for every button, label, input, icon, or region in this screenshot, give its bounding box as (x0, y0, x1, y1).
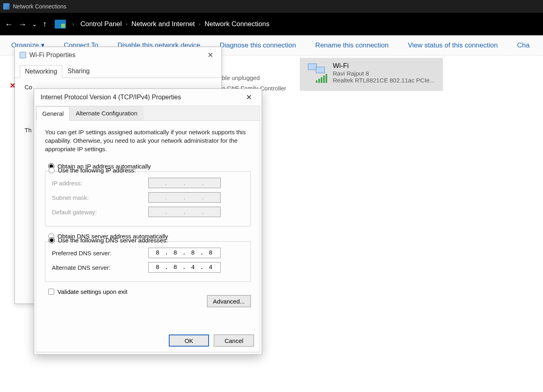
label-ip-address: IP address: (52, 180, 148, 187)
folder-icon (55, 20, 66, 29)
toolbar-rename[interactable]: Rename this connection (315, 41, 388, 49)
cancel-button[interactable]: Cancel (214, 335, 254, 347)
input-preferred-dns[interactable] (148, 248, 221, 258)
toolbar-diagnose[interactable]: Diagnose this connection (219, 41, 296, 49)
window-titlebar: Network Connections (0, 0, 543, 13)
crumb-network-internet[interactable]: Network and Internet (131, 20, 195, 28)
breadcrumb-sep: › (72, 21, 74, 27)
checkbox-validate-on-exit-label: Validate settings upon exit (57, 288, 127, 295)
advanced-button[interactable]: Advanced... (207, 295, 251, 307)
connection-tile-wifi[interactable]: Wi-Fi Ravi Rajput 8 Realtek RTL8821CE 80… (300, 58, 443, 91)
adapter-icon (20, 52, 26, 58)
radio-use-dns-manual-label: Use the following DNS server addresses: (58, 237, 168, 244)
radio-use-ip-manual[interactable] (49, 167, 55, 173)
label-preferred-dns: Preferred DNS server: (52, 250, 148, 257)
label-subnet-mask: Subnet mask: (52, 194, 148, 201)
nav-up-icon[interactable]: ↑ (43, 19, 47, 29)
ok-button[interactable]: OK (169, 335, 209, 347)
input-alternate-dns[interactable] (148, 262, 221, 273)
toolbar-view-status[interactable]: View status of this connection (408, 41, 498, 49)
tab-networking[interactable]: Networking (20, 65, 62, 78)
tab-general[interactable]: General (36, 107, 70, 121)
tab-sharing[interactable]: Sharing (62, 65, 95, 78)
connection-name: Wi-Fi (333, 62, 437, 70)
radio-use-dns-manual[interactable] (49, 237, 55, 243)
app-icon (3, 3, 10, 10)
ethernet-status-fragment: ble unplugged (222, 74, 260, 81)
input-subnet-mask: ... (148, 192, 221, 203)
address-bar: ← → ⌄ ↑ › Control Panel › Network and In… (0, 13, 543, 35)
label-default-gateway: Default gateway: (52, 209, 148, 215)
connection-adapter: Realtek RTL8821CE 802.11ac PCIe... (333, 77, 437, 84)
tab-alternate-configuration[interactable]: Alternate Configuration (70, 106, 143, 120)
breadcrumb-sep: › (199, 21, 201, 27)
close-icon[interactable]: ✕ (243, 91, 255, 103)
radio-use-ip-manual-label: Use the following IP address: (58, 167, 136, 174)
toolbar-change-settings-cut[interactable]: Cha (517, 41, 529, 49)
ipv4-properties-dialog: Internet Protocol Version 4 (TCP/IPv4) P… (34, 88, 262, 355)
input-ip-address: ... (148, 178, 221, 188)
wifi-properties-title: Wi-Fi Properties (29, 51, 76, 59)
input-default-gateway: ... (148, 207, 221, 217)
breadcrumb-sep: › (126, 21, 127, 27)
breadcrumb: Control Panel › Network and Internet › N… (80, 20, 269, 28)
checkbox-validate-on-exit[interactable] (48, 289, 54, 295)
nav-back-icon[interactable]: ← (5, 20, 13, 28)
ipv4-dialog-title: Internet Protocol Version 4 (TCP/IPv4) P… (41, 94, 181, 101)
crumb-network-connections[interactable]: Network Connections (205, 20, 270, 28)
label-alternate-dns: Alternate DNS server: (52, 264, 148, 271)
nav-recent-icon[interactable]: ⌄ (32, 21, 37, 27)
nav-forward-icon[interactable]: → (18, 20, 27, 28)
window-title: Network Connections (13, 3, 66, 10)
crumb-control-panel[interactable]: Control Panel (80, 20, 122, 28)
ipv4-description: You can get IP settings assigned automat… (45, 128, 251, 153)
close-icon[interactable]: ✕ (204, 49, 217, 61)
connection-ssid: Ravi Rajput 8 (333, 70, 437, 77)
content-area: ✕ ble unplugged e GbE Family Controller … (0, 55, 543, 392)
wifi-network-icon (305, 62, 328, 84)
